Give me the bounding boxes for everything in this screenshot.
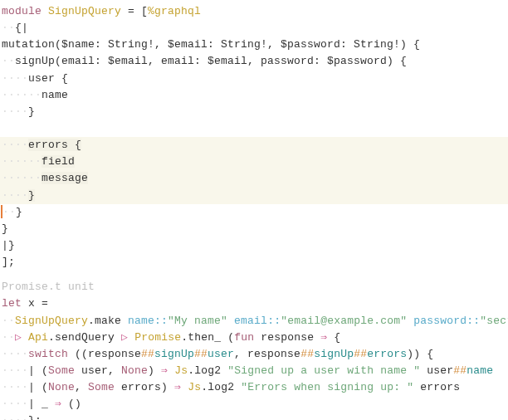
code-line-11: ······message <box>0 170 508 187</box>
code-line-20: ····switch ((response##signUp##user, res… <box>0 346 508 363</box>
code-line-23: ····| _ ⇒ () <box>0 396 508 413</box>
code-line-10: ······field <box>0 154 508 170</box>
code-line-8 <box>0 120 508 137</box>
code-editor[interactable]: module SignUpQuery = [%graphql ··{| muta… <box>0 3 508 420</box>
code-line-18: ··SignUpQuery.make name::"My name" email… <box>0 313 508 330</box>
code-line-16: ]; <box>0 254 508 271</box>
code-line-2: ··{| <box>0 20 508 37</box>
code-line-4: ··signUp(email: $email, email: $email, p… <box>0 53 508 70</box>
code-line-15: |} <box>0 237 508 254</box>
code-line-14: } <box>0 221 508 237</box>
code-line-6: ······name <box>0 87 508 104</box>
code-line-13: ··} <box>0 204 508 221</box>
code-line-24: ····}; <box>0 413 508 420</box>
code-line-17: let x = <box>0 295 508 312</box>
keyword-module: module <box>2 5 42 17</box>
code-line-5: ····user { <box>0 71 508 87</box>
code-line-9: ····errors { <box>0 137 508 154</box>
type-hint: Promise.t unit <box>0 279 508 295</box>
type-name: SignUpQuery <box>48 5 121 17</box>
code-line-3: mutation($name: String!, $email: String!… <box>0 37 508 53</box>
code-line-22: ····| (None, Some errors) ⇒ Js.log2 "Err… <box>0 379 508 396</box>
code-line-12: ····} <box>0 188 508 204</box>
code-line-21: ····| (Some user, None) ⇒ Js.log2 "Signe… <box>0 363 508 379</box>
code-line-1: module SignUpQuery = [%graphql <box>0 3 508 20</box>
code-line-19: ··▷ Api.sendQuery ▷ Promise.then_ (fun r… <box>0 330 508 346</box>
code-line-7: ····} <box>0 104 508 120</box>
